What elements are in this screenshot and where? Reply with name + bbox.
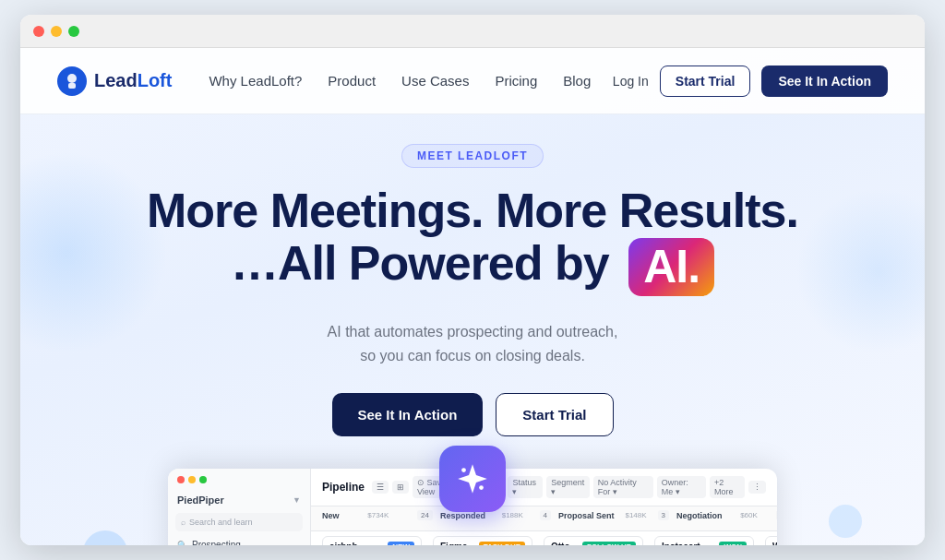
browser-dot-red[interactable] xyxy=(33,26,44,37)
app-search[interactable]: ⌕ Search and learn xyxy=(175,513,303,531)
app-sidebar: PiedPiper ▼ ⌕ Search and learn 🔍 Prospec… xyxy=(168,469,311,545)
browser-dot-green[interactable] xyxy=(68,26,79,37)
browser-window: LeadLoft Why LeadLoft? Product Use Cases… xyxy=(20,15,925,545)
stage-responded: Responded xyxy=(440,511,485,520)
browser-chrome xyxy=(20,15,925,48)
stage-negotiation-count: 2 xyxy=(776,510,777,520)
hero-subtext: AI that automates prospecting and outrea… xyxy=(328,320,618,367)
view-toggle-list[interactable]: ☰ xyxy=(372,481,389,494)
stage-new-count: 24 xyxy=(417,510,433,520)
app-sidebar-header: PiedPiper ▼ xyxy=(168,494,310,506)
deal-card-airbnb[interactable]: airbnb NEW April 27, 24 xyxy=(322,536,422,545)
prospecting-icon: 🔍 xyxy=(177,541,187,545)
svg-point-0 xyxy=(67,74,77,83)
logo-icon xyxy=(57,66,87,96)
nav-see-action-button[interactable]: See It In Action xyxy=(761,66,888,97)
svg-point-2 xyxy=(461,468,466,472)
hero-buttons: See It In Action Start Trial xyxy=(332,393,614,436)
stage-proposal-count: 3 xyxy=(658,510,669,520)
deal-name-figma: Figma xyxy=(440,542,467,545)
right-bg-circle xyxy=(829,505,862,538)
left-bg-circle xyxy=(83,530,127,545)
hero-headline: More Meetings. More Results. …All Powere… xyxy=(147,185,798,296)
status-btn[interactable]: Status ▾ xyxy=(508,476,543,498)
stage-proposal: Proposal Sent xyxy=(558,511,615,520)
app-dot-red xyxy=(177,476,185,483)
browser-dot-yellow[interactable] xyxy=(51,26,62,37)
owner-btn[interactable]: Owner: Me ▾ xyxy=(657,476,706,498)
page-content: LeadLoft Why LeadLoft? Product Use Cases… xyxy=(20,48,925,545)
deal-name-airbnb: airbnb xyxy=(329,542,358,545)
chevron-down-icon: ▼ xyxy=(293,495,301,505)
hero-start-trial-button[interactable]: Start Trial xyxy=(496,393,613,436)
search-placeholder: Search and learn xyxy=(189,518,253,527)
pipeline-controls: ☰ ⊞ ⊙ Save View Sort By ▾ Status ▾ Segme… xyxy=(372,476,766,498)
svg-point-3 xyxy=(479,485,484,490)
deal-badge-instacart: WON xyxy=(719,542,747,545)
logo-text: LeadLoft xyxy=(94,70,172,91)
stage-negotiation: Negotiation xyxy=(676,511,723,520)
deal-badge-figma: TASK DUE xyxy=(479,542,525,545)
activity-btn[interactable]: No Activity For ▾ xyxy=(593,476,653,498)
more-btn[interactable]: +2 More xyxy=(710,476,745,498)
stage-responded-amount: $188K xyxy=(502,511,523,519)
nav-why[interactable]: Why LeadLoft? xyxy=(209,73,302,89)
app-main: Pipeline ☰ ⊞ ⊙ Save View Sort By ▾ Statu… xyxy=(311,469,777,545)
logo[interactable]: LeadLoft xyxy=(57,66,172,96)
hero-section: MEET LEADLOFT More Meetings. More Result… xyxy=(20,114,925,545)
app-preview: in PiedPiper ▼ xyxy=(57,464,888,545)
stage-new: New xyxy=(322,511,340,520)
nav-links: Why LeadLoft? Product Use Cases Pricing … xyxy=(209,73,612,89)
deal-name-last: W... xyxy=(772,542,777,545)
deal-card-last[interactable]: W... Feb — xyxy=(765,536,777,545)
deal-name-instacart: Instacart xyxy=(662,542,700,545)
search-icon: ⌕ xyxy=(181,518,185,527)
app-dot-yellow xyxy=(188,476,196,483)
app-main-header: Pipeline ☰ ⊞ ⊙ Save View Sort By ▾ Statu… xyxy=(311,469,777,506)
ai-badge: AI. xyxy=(628,238,714,296)
stage-proposal-amount: $148K xyxy=(625,511,646,519)
pipeline-title: Pipeline xyxy=(322,481,365,494)
sidebar-item-prospecting[interactable]: 🔍 Prospecting xyxy=(168,537,310,545)
app-sidebar-company: PiedPiper xyxy=(177,494,224,506)
deal-card-figma[interactable]: Figma TASK DUE Nov 11, 25 $150,000/yr xyxy=(433,536,532,545)
app-dot-green xyxy=(199,476,207,483)
deal-card-otto[interactable]: Otto FOLLOW UP Jul 10, 24 $38,000/yr xyxy=(544,536,643,545)
ai-float-icon xyxy=(439,446,506,512)
nav-product[interactable]: Product xyxy=(328,73,376,89)
svg-rect-1 xyxy=(68,83,76,89)
deal-badge-airbnb: NEW xyxy=(388,542,414,545)
nav-actions: Log In Start Trial See It In Action xyxy=(613,66,888,97)
deal-card-instacart[interactable]: Instacart WON Mar 3, 24 $24,000/yr xyxy=(654,536,754,545)
deal-name-otto: Otto xyxy=(551,542,570,545)
navbar: LeadLoft Why LeadLoft? Product Use Cases… xyxy=(20,48,925,114)
stage-responded-count: 4 xyxy=(540,510,551,520)
view-toggle-grid[interactable]: ⊞ xyxy=(392,481,409,494)
nav-pricing[interactable]: Pricing xyxy=(495,73,537,89)
nav-start-trial-button[interactable]: Start Trial xyxy=(660,66,751,97)
segment-btn[interactable]: Segment ▾ xyxy=(546,476,590,498)
app-window-dots xyxy=(177,476,207,483)
stage-negotiation-amount: $60K xyxy=(740,511,758,519)
login-button[interactable]: Log In xyxy=(613,74,649,89)
hero-badge: MEET LEADLOFT xyxy=(401,144,544,168)
nav-use-cases[interactable]: Use Cases xyxy=(401,73,469,89)
nav-blog[interactable]: Blog xyxy=(563,73,591,89)
sidebar-label-prospecting: Prospecting xyxy=(192,540,241,545)
options-btn[interactable]: ⋮ xyxy=(748,481,766,494)
hero-see-action-button[interactable]: See It In Action xyxy=(332,393,484,436)
stage-new-amount: $734K xyxy=(367,511,389,519)
deal-badge-otto: FOLLOW UP xyxy=(582,542,636,545)
